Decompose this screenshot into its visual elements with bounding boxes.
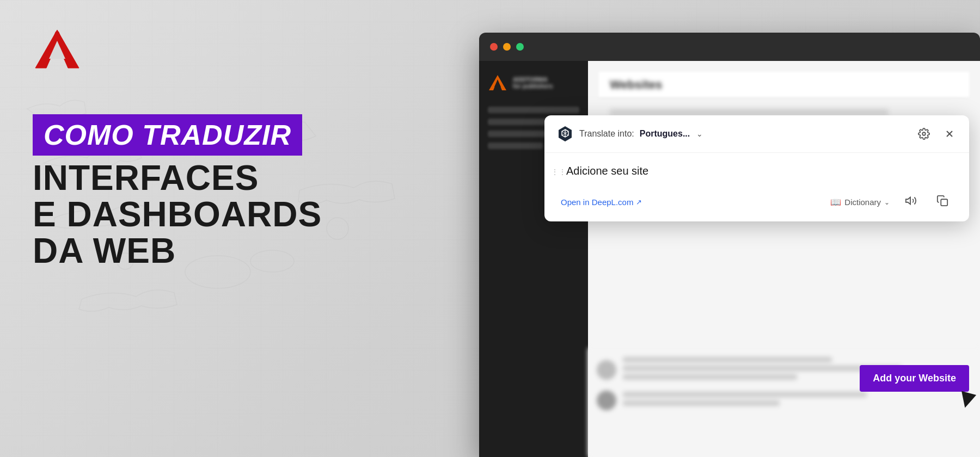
svg-rect-18 [941, 199, 947, 206]
browser-window: ADDTORMAfor publishers Websites [479, 33, 980, 457]
sidebar-brand-text: ADDTORMAfor publishers [513, 76, 553, 89]
settings-button[interactable] [916, 126, 932, 142]
deepl-icon [556, 125, 574, 143]
popup-header: Translate into: Portugues... ⌄ [544, 115, 969, 153]
headline-highlight: COMO TRADUZIR [33, 114, 302, 156]
text-line-2a [623, 392, 867, 397]
traffic-light-yellow[interactable] [503, 43, 511, 51]
logo-container [33, 27, 381, 71]
headline-line-3: DA WEB [33, 233, 381, 269]
copy-icon [936, 195, 948, 207]
close-button[interactable] [942, 126, 957, 141]
sidebar-menu-item-1 [488, 107, 579, 113]
headline-line-2: E DASHBOARDS [33, 196, 381, 233]
bottom-text-2 [623, 392, 971, 409]
traffic-light-red[interactable] [490, 43, 498, 51]
bottom-avatar-1 [597, 360, 616, 380]
open-deepl-link[interactable]: Open in DeepL.com ↗ [561, 197, 642, 207]
translate-label: Translate into: [579, 129, 634, 139]
text-line-1a [623, 357, 832, 362]
app-header-title: Websites [610, 78, 662, 92]
bottom-item-2 [597, 391, 971, 410]
gear-icon [918, 128, 930, 140]
browser-content: ADDTORMAfor publishers Websites [479, 61, 980, 457]
dictionary-button[interactable]: 📖 Dictionary ⌄ [830, 197, 890, 207]
book-icon: 📖 [830, 197, 841, 207]
dictionary-label: Dictionary [844, 197, 881, 207]
app-header: Websites [599, 72, 969, 98]
text-line-2b [623, 400, 780, 406]
text-line-1c [623, 374, 797, 380]
sidebar-brand-icon [488, 74, 507, 91]
headline-block: COMO TRADUZIR INTERFACES E DASHBOARDS DA… [33, 114, 381, 270]
sidebar-menu-item-4 [488, 143, 543, 149]
dictionary-chevron-icon: ⌄ [884, 199, 890, 206]
bottom-blur-area [588, 348, 980, 457]
translate-popup: Translate into: Portugues... ⌄ [544, 115, 969, 221]
sidebar-menu-item-2 [488, 119, 552, 125]
right-panel: ADDTORMAfor publishers Websites [446, 33, 980, 457]
audio-button[interactable] [901, 193, 921, 212]
popup-footer: Open in DeepL.com ↗ 📖 Dictionary ⌄ [544, 185, 969, 221]
svg-marker-17 [906, 197, 910, 205]
add-website-button[interactable]: Add your Website [860, 365, 969, 392]
headline-rest: INTERFACES E DASHBOARDS DA WEB [33, 160, 381, 270]
copy-button[interactable] [932, 193, 953, 212]
audio-icon [905, 195, 917, 207]
sidebar-brand: ADDTORMAfor publishers [488, 70, 579, 96]
drag-handle-icon: ⋮⋮ [551, 168, 566, 176]
language-chevron-icon[interactable]: ⌄ [696, 129, 703, 138]
svg-point-14 [922, 132, 926, 135]
bottom-avatar-2 [597, 391, 616, 410]
open-deepl-label: Open in DeepL.com [561, 197, 633, 207]
left-panel: COMO TRADUZIR INTERFACES E DASHBOARDS DA… [0, 0, 414, 457]
translate-language: Portugues... [640, 129, 690, 139]
close-icon [944, 128, 955, 139]
external-link-icon: ↗ [636, 198, 642, 206]
headline-highlight-text: COMO TRADUZIR [44, 119, 291, 151]
popup-body: ⋮⋮ Adicione seu site [544, 153, 969, 185]
add-website-area: Add your Website [860, 365, 969, 392]
headline-line-1: INTERFACES [33, 160, 381, 196]
brand-logo [33, 27, 82, 71]
browser-titlebar [479, 33, 980, 61]
traffic-light-green[interactable] [516, 43, 524, 51]
translated-text: Adicione seu site [566, 165, 648, 177]
svg-marker-6 [53, 32, 61, 37]
